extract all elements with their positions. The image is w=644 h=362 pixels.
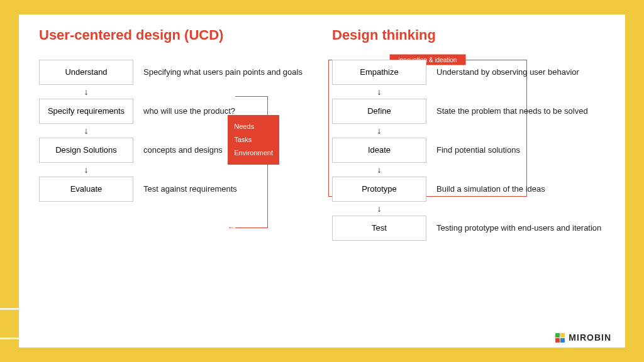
dt-step-empathize-desc: Understand by observing user behavior: [436, 67, 605, 78]
dt-title: Design thinking: [332, 27, 605, 43]
arrow-down-icon: ↓: [39, 124, 133, 138]
feedback-needs-box: Needs Tasks Environment: [228, 115, 279, 165]
arrow-down-icon: ↓: [39, 85, 133, 99]
needs-line-3: Environment: [234, 146, 273, 160]
ucd-step-specify: Specify requirements: [39, 99, 133, 124]
dt-step-prototype: Prototype: [332, 177, 426, 202]
ucd-column: User-centered design (UCD) Understand Sp…: [39, 27, 312, 343]
arrow-down-icon: ↓: [332, 124, 426, 138]
dt-step-test: Test: [332, 216, 426, 241]
arrow-down-icon: ↓: [332, 85, 426, 99]
logo-mark-icon: [555, 333, 565, 343]
arrow-down-icon: ↓: [332, 163, 426, 177]
brand-logo: MIROBIN: [555, 332, 611, 343]
ucd-step-evaluate-desc: Test against requirements: [143, 184, 312, 195]
dt-column: Design thinking innovation & ideation Em…: [332, 27, 605, 343]
ucd-step-evaluate: Evaluate: [39, 177, 133, 202]
ucd-title: User-centered design (UCD): [39, 27, 312, 43]
dt-step-empathize: Empathize: [332, 60, 426, 85]
arrow-down-icon: ↓: [332, 202, 426, 216]
feedback-arrowhead-icon: ←: [228, 224, 235, 231]
needs-line-2: Tasks: [234, 133, 273, 146]
dt-step-ideate: Ideate: [332, 138, 426, 163]
slide-canvas: User-centered design (UCD) Understand Sp…: [19, 14, 625, 348]
dt-step-prototype-desc: Build a simulation of the ideas: [436, 184, 605, 195]
arrow-down-icon: ↓: [39, 163, 133, 177]
ucd-step-understand-desc: Specifying what users pain points and go…: [143, 67, 312, 78]
ucd-step-understand: Understand: [39, 60, 133, 85]
ucd-step-design: Design Solutions: [39, 138, 133, 163]
dt-step-ideate-desc: Find potential solutions: [436, 145, 605, 156]
dt-step-test-desc: Testing prototype with end-users and ite…: [436, 223, 605, 234]
dt-step-define: Define: [332, 99, 426, 124]
brand-text: MIROBIN: [569, 332, 611, 343]
needs-line-1: Needs: [234, 120, 273, 133]
dt-step-define-desc: State the problem that needs to be solve…: [436, 106, 605, 117]
